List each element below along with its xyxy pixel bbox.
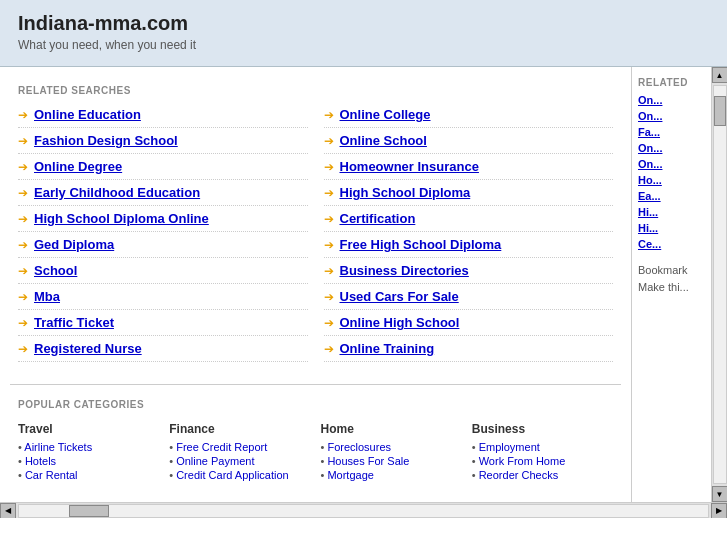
category-link[interactable]: Airline Tickets [18, 440, 159, 454]
search-item: ➔Online School [324, 128, 614, 154]
category-link[interactable]: Online Payment [169, 454, 310, 468]
search-item: ➔Early Childhood Education [18, 180, 308, 206]
right-search-col: ➔Online College➔Online School➔Homeowner … [316, 102, 622, 362]
search-item: ➔School [18, 258, 308, 284]
related-searches-label: RELATED SEARCHES [0, 77, 631, 102]
arrow-icon: ➔ [324, 160, 334, 174]
side-link[interactable]: On... [638, 142, 705, 154]
search-link[interactable]: Free High School Diploma [340, 237, 502, 252]
arrow-icon: ➔ [18, 212, 28, 226]
arrow-icon: ➔ [18, 186, 28, 200]
arrow-icon: ➔ [18, 108, 28, 122]
search-link[interactable]: Ged Diploma [34, 237, 114, 252]
scroll-left-btn[interactable]: ◀ [0, 503, 16, 519]
side-link[interactable]: Ea... [638, 190, 705, 202]
side-link[interactable]: Ce... [638, 238, 705, 250]
search-link[interactable]: Early Childhood Education [34, 185, 200, 200]
h-scroll-thumb[interactable] [69, 505, 109, 517]
site-title: Indiana-mma.com [18, 12, 709, 35]
side-link[interactable]: On... [638, 110, 705, 122]
arrow-icon: ➔ [324, 290, 334, 304]
search-link[interactable]: Homeowner Insurance [340, 159, 479, 174]
category-link[interactable]: Car Rental [18, 468, 159, 482]
h-scroll-track[interactable] [18, 504, 709, 518]
category-col: FinanceFree Credit ReportOnline PaymentC… [169, 422, 310, 482]
arrow-icon: ➔ [18, 264, 28, 278]
arrow-icon: ➔ [324, 264, 334, 278]
bookmark-area: BookmarkMake thi... [638, 262, 705, 295]
arrow-icon: ➔ [324, 342, 334, 356]
page-header: Indiana-mma.com What you need, when you … [0, 0, 727, 67]
search-link[interactable]: Used Cars For Sale [340, 289, 459, 304]
vertical-scrollbar[interactable]: ▲ ▼ [711, 67, 727, 502]
arrow-icon: ➔ [18, 160, 28, 174]
side-link[interactable]: Ho... [638, 174, 705, 186]
side-link[interactable]: Hi... [638, 222, 705, 234]
arrow-icon: ➔ [18, 290, 28, 304]
categories-grid: TravelAirline TicketsHotelsCar RentalFin… [18, 422, 613, 482]
search-link[interactable]: Traffic Ticket [34, 315, 114, 330]
search-link[interactable]: Certification [340, 211, 416, 226]
search-link[interactable]: Online High School [340, 315, 460, 330]
category-link[interactable]: Work From Home [472, 454, 613, 468]
search-item: ➔Ged Diploma [18, 232, 308, 258]
horizontal-scrollbar[interactable]: ◀ ▶ [0, 502, 727, 518]
scroll-up-btn[interactable]: ▲ [712, 67, 728, 83]
search-item: ➔Fashion Design School [18, 128, 308, 154]
search-link[interactable]: School [34, 263, 77, 278]
arrow-icon: ➔ [324, 108, 334, 122]
category-link[interactable]: Hotels [18, 454, 159, 468]
arrow-icon: ➔ [18, 316, 28, 330]
search-item: ➔Mba [18, 284, 308, 310]
search-link[interactable]: Registered Nurse [34, 341, 142, 356]
side-links-container: On...On...Fa...On...On...Ho...Ea...Hi...… [638, 94, 705, 250]
scroll-track[interactable] [713, 85, 727, 484]
right-panel: RELATED On...On...Fa...On...On...Ho...Ea… [631, 67, 711, 502]
popular-categories-label: POPULAR CATEGORIES [18, 399, 613, 414]
category-col: HomeForeclosuresHouses For SaleMortgage [321, 422, 462, 482]
search-link[interactable]: Fashion Design School [34, 133, 178, 148]
scroll-down-btn[interactable]: ▼ [712, 486, 728, 502]
arrow-icon: ➔ [324, 186, 334, 200]
search-link[interactable]: High School Diploma [340, 185, 471, 200]
category-link[interactable]: Foreclosures [321, 440, 462, 454]
search-item: ➔Business Directories [324, 258, 614, 284]
scroll-right-btn[interactable]: ▶ [711, 503, 727, 519]
right-panel-label: RELATED [638, 77, 705, 88]
category-link[interactable]: Mortgage [321, 468, 462, 482]
category-link[interactable]: Free Credit Report [169, 440, 310, 454]
arrow-icon: ➔ [18, 238, 28, 252]
search-link[interactable]: Online Education [34, 107, 141, 122]
search-item: ➔Free High School Diploma [324, 232, 614, 258]
scroll-thumb[interactable] [714, 96, 726, 126]
arrow-icon: ➔ [324, 316, 334, 330]
category-link[interactable]: Reorder Checks [472, 468, 613, 482]
arrow-icon: ➔ [18, 342, 28, 356]
search-item: ➔Online Training [324, 336, 614, 362]
side-link[interactable]: Hi... [638, 206, 705, 218]
search-link[interactable]: Online College [340, 107, 431, 122]
category-link[interactable]: Houses For Sale [321, 454, 462, 468]
search-link[interactable]: Mba [34, 289, 60, 304]
search-item: ➔Online High School [324, 310, 614, 336]
categories-section: POPULAR CATEGORIES TravelAirline Tickets… [0, 391, 631, 492]
search-link[interactable]: Online Training [340, 341, 435, 356]
search-item: ➔Homeowner Insurance [324, 154, 614, 180]
category-link[interactable]: Employment [472, 440, 613, 454]
arrow-icon: ➔ [324, 238, 334, 252]
category-col: BusinessEmploymentWork From HomeReorder … [472, 422, 613, 482]
category-name: Travel [18, 422, 159, 436]
search-item: ➔Certification [324, 206, 614, 232]
side-link[interactable]: On... [638, 94, 705, 106]
search-link[interactable]: Online Degree [34, 159, 122, 174]
side-link[interactable]: Fa... [638, 126, 705, 138]
search-link[interactable]: High School Diploma Online [34, 211, 209, 226]
search-link[interactable]: Online School [340, 133, 427, 148]
search-link[interactable]: Business Directories [340, 263, 469, 278]
search-item: ➔High School Diploma Online [18, 206, 308, 232]
side-link[interactable]: On... [638, 158, 705, 170]
category-link[interactable]: Credit Card Application [169, 468, 310, 482]
category-name: Home [321, 422, 462, 436]
site-subtitle: What you need, when you need it [18, 38, 709, 52]
search-item: ➔Used Cars For Sale [324, 284, 614, 310]
